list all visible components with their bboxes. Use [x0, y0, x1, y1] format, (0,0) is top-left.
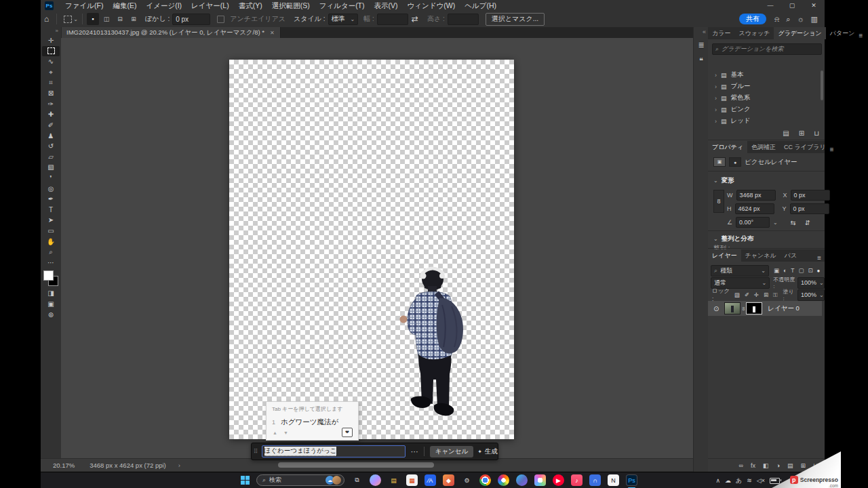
gradient-search-input[interactable]: ⌕ グラデーションを検索	[712, 43, 822, 55]
status-chevron-icon[interactable]: ›	[178, 462, 180, 469]
drag-handle-icon[interactable]: ⠿	[252, 448, 260, 455]
clipchamp-button[interactable]	[534, 474, 546, 486]
canvas-area[interactable]	[61, 38, 693, 458]
onedrive-icon[interactable]: ☁	[725, 477, 731, 484]
close-tab-icon[interactable]: ✕	[270, 30, 275, 36]
chrome-button[interactable]	[479, 474, 491, 486]
ime-candidate[interactable]: 1 ホグワーツ魔法が	[272, 418, 358, 427]
layer-mask-thumbnail[interactable]	[746, 302, 762, 314]
x-value-input[interactable]: 0 px	[791, 190, 830, 201]
dodge-tool[interactable]: ◎	[42, 183, 60, 194]
home-icon[interactable]: ⌂	[41, 14, 52, 24]
menu-type[interactable]: 書式(Y)	[234, 0, 267, 11]
width-value-input[interactable]: 3468 px	[736, 190, 776, 201]
tab-swatches[interactable]: スウォッチ	[734, 27, 774, 39]
rectangular-marquee-tool[interactable]	[42, 46, 60, 57]
quick-mask-icon[interactable]: ◨	[42, 288, 60, 299]
menu-help[interactable]: ヘルプ(H)	[460, 0, 501, 11]
layer-filter-dropdown[interactable]: ⌕ 種類 ⌄	[711, 265, 769, 277]
generative-fill-prompt-input[interactable]: ほぐわーつまほうがっこ	[262, 445, 406, 458]
ime-mode-icon[interactable]: あ	[736, 476, 742, 485]
fill-dropdown[interactable]: 100% ⌄	[797, 289, 825, 301]
path-selection-tool[interactable]: ➤	[42, 215, 60, 226]
notion-button[interactable]: N	[608, 474, 619, 486]
antialias-checkbox[interactable]	[217, 16, 224, 23]
learn-icon[interactable]: ≣	[698, 41, 704, 49]
layer-name[interactable]: レイヤー 0	[768, 304, 800, 313]
tab-paths[interactable]: パス	[781, 249, 801, 262]
subtract-selection-icon[interactable]: ⊟	[114, 13, 126, 25]
intersect-selection-icon[interactable]: ⊞	[127, 13, 140, 25]
new-selection-icon[interactable]: ▪	[87, 13, 99, 25]
filter-smart-object-icon[interactable]: ⊡	[808, 267, 812, 274]
zoom-tool[interactable]: ⌕	[42, 247, 60, 258]
rotation-input[interactable]: 0.00°	[736, 217, 770, 228]
blend-mode-dropdown[interactable]: 通常 ⌄	[711, 277, 770, 289]
gradient-tool[interactable]: ▧	[42, 162, 60, 173]
filter-type-icon[interactable]: T	[791, 267, 794, 274]
office-app-button[interactable]: ◆	[443, 474, 454, 486]
menu-layer[interactable]: レイヤー(L)	[186, 0, 234, 11]
foreground-color-swatch[interactable]	[43, 270, 54, 281]
workspace-icon[interactable]: ▥	[811, 15, 818, 24]
menu-file[interactable]: ファイル(F)	[60, 0, 108, 11]
spot-healing-brush-tool[interactable]: ✚	[42, 109, 60, 120]
gradient-folder-blue[interactable]: › ▤ ブルー	[708, 81, 819, 92]
menu-window[interactable]: ウィンドウ(W)	[403, 0, 460, 11]
feather-input[interactable]: 0 px	[172, 14, 210, 25]
taskbar-search-input[interactable]: ⌕ 検索 ☁	[256, 474, 344, 486]
pen-tool[interactable]: ✒	[42, 194, 60, 205]
swap-dimensions-icon[interactable]: ⇄	[408, 14, 422, 24]
filter-toggle-icon[interactable]: ●	[817, 268, 821, 274]
tab-color[interactable]: カラー	[708, 27, 734, 39]
new-gradient-icon[interactable]: ⊞	[799, 129, 804, 137]
active-tool-icon[interactable]	[64, 16, 72, 23]
filter-shape-icon[interactable]: ▢	[798, 267, 804, 274]
add-selection-icon[interactable]: ◫	[100, 13, 113, 25]
opacity-dropdown[interactable]: 100% ⌄	[797, 277, 825, 289]
tab-cc-libraries[interactable]: CC ライブラリ	[780, 141, 830, 153]
volume-muted-icon[interactable]: ◁×	[757, 477, 765, 484]
copilot-button[interactable]	[370, 474, 381, 486]
task-view-button[interactable]: ⧉	[351, 474, 363, 486]
photoshop-button[interactable]: Ps	[626, 474, 637, 486]
menu-edit[interactable]: 編集(E)	[108, 0, 141, 11]
blur-tool[interactable]: ❜	[42, 173, 60, 184]
comments-icon[interactable]: ❝	[699, 56, 703, 65]
minimize-button[interactable]: —	[760, 0, 781, 11]
tab-channels[interactable]: チャンネル	[741, 249, 781, 262]
width-input[interactable]	[377, 14, 408, 25]
share-button[interactable]: 共有	[739, 14, 766, 24]
panel-menu-icon[interactable]: ≡	[830, 146, 837, 153]
search-icon[interactable]: ⌕	[786, 15, 790, 24]
gradient-folder-red[interactable]: › ▤ レッド	[708, 115, 819, 127]
lock-transparency-icon[interactable]: ▨	[734, 291, 740, 299]
wifi-icon[interactable]: ≋	[747, 477, 752, 484]
file-explorer-button[interactable]: ▤	[388, 474, 399, 486]
crop-tool[interactable]: ⌗	[42, 77, 60, 88]
cancel-button[interactable]: キャンセル	[430, 446, 474, 458]
rotation-dropdown-icon[interactable]: ⌄	[773, 220, 778, 226]
tab-gradients[interactable]: グラデーション	[774, 27, 825, 39]
tab-layers[interactable]: レイヤー	[708, 249, 741, 262]
new-group-icon[interactable]: ▤	[783, 129, 789, 137]
layer-thumbnail[interactable]	[724, 302, 741, 314]
mask-link-icon[interactable]: 8	[742, 306, 745, 311]
constrain-proportions-icon[interactable]: 8	[713, 190, 724, 213]
select-and-mask-button[interactable]: 選択とマスク...	[486, 13, 545, 26]
more-options-icon[interactable]: ⋯	[406, 447, 424, 456]
edit-toolbar-icon[interactable]: ⋯	[42, 257, 60, 268]
cc-share-icon[interactable]: ⊛	[42, 309, 60, 320]
tab-adjustments[interactable]: 色調補正	[747, 141, 780, 153]
start-button[interactable]	[241, 476, 250, 485]
edge-copilot-button[interactable]	[516, 474, 528, 486]
hand-tool[interactable]: ✋	[42, 236, 60, 247]
lasso-tool[interactable]: ∿	[42, 56, 60, 67]
settings-button[interactable]: ⚙	[461, 474, 473, 486]
document-tab[interactable]: IMG20241013130437.jpg @ 20.2% (レイヤー 0, レ…	[61, 27, 281, 38]
lock-position-icon[interactable]: ✛	[754, 291, 759, 299]
link-layers-icon[interactable]: ∞	[739, 462, 743, 469]
tray-chevron-icon[interactable]: ∧	[715, 477, 720, 484]
height-input[interactable]	[448, 14, 479, 25]
gradient-folder-purple[interactable]: › ▤ 紫色系	[708, 92, 819, 104]
